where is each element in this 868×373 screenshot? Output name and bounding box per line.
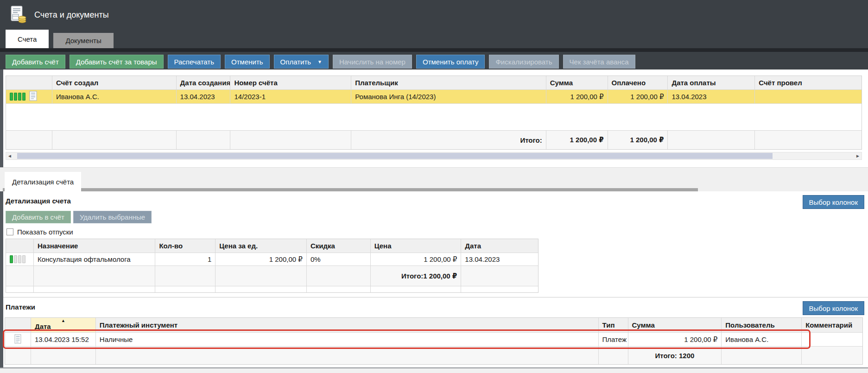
column-header-icons[interactable]	[6, 76, 52, 89]
scroll-right-icon[interactable]: ►	[855, 153, 860, 159]
app-header: Счета и документы Счета Документы Добави…	[0, 0, 868, 70]
payments-total: Итого: 1200	[628, 347, 722, 364]
print-button[interactable]: Распечатать	[168, 55, 221, 69]
column-header-posted-by[interactable]: Счёт провел	[755, 76, 862, 89]
detail-section-title: Детализация счета	[6, 195, 71, 205]
payment-row[interactable]: 13.04.2023 15:52 Наличные Платеж 1 200,0…	[5, 333, 862, 347]
payments-column-user[interactable]: Пользователь	[722, 318, 802, 332]
payment-amount: 1 200,00 ₽	[628, 333, 722, 346]
pay-dropdown-button[interactable]: Оплатить ▼	[274, 55, 329, 69]
detail-tabstrip: Детализация счёта	[0, 167, 868, 191]
tab-invoice-detail[interactable]: Детализация счёта	[5, 172, 81, 191]
detail-buttons: Добавить в счёт Удалить выбранные	[6, 211, 868, 223]
column-header-payer[interactable]: Плательщик	[351, 76, 546, 89]
invoice-number: 14/2023-1	[230, 90, 351, 103]
detail-column-service[interactable]: Назначение	[34, 239, 156, 253]
invoices-table: Счёт создал Дата создания Номер счёта Пл…	[6, 76, 862, 150]
payments-column-icons[interactable]	[5, 318, 31, 332]
column-header-paid-date[interactable]: Дата оплаты	[668, 76, 755, 89]
fiscalize-button: Фискализировать	[489, 55, 558, 69]
payments-section-header: Платежи Выбор колонок	[0, 297, 868, 315]
invoices-total-amount: 1 200,00 ₽	[546, 131, 608, 149]
detail-totals-row: Итого:1 200,00 ₽	[6, 266, 538, 286]
detail-column-icons[interactable]	[6, 239, 34, 253]
detail-table-header: Назначение Кол-во Цена за ед. Скидка Цен…	[6, 239, 538, 253]
detail-row[interactable]: Консультация офтальмолога 1 1 200,00 ₽ 0…	[6, 253, 538, 266]
detail-column-qty[interactable]: Кол-во	[155, 239, 215, 253]
detail-section-header: Детализация счета Выбор колонок	[0, 191, 868, 209]
scroll-left-icon[interactable]: ◄	[7, 153, 12, 159]
payments-column-date[interactable]: ▲ Дата	[31, 318, 96, 332]
scrollbar-thumb[interactable]	[17, 153, 773, 159]
invoices-empty-area	[6, 104, 862, 131]
payments-choose-columns-button[interactable]: Выбор колонок	[803, 301, 864, 315]
invoice-payer: Романова Инга (14/2023)	[351, 90, 546, 103]
sort-asc-icon: ▲	[61, 318, 65, 323]
payment-date: 13.04.2023 15:52	[31, 333, 96, 346]
detail-price: 1 200,00 ₽	[371, 253, 462, 266]
payment-comment	[802, 333, 862, 346]
invoice-paid-date: 13.04.2023	[668, 90, 755, 103]
payment-type: Платеж	[599, 333, 628, 346]
payment-user: Иванова А.С.	[722, 333, 802, 346]
add-invoice-button[interactable]: Добавить счёт	[6, 55, 65, 69]
invoices-table-header: Счёт создал Дата создания Номер счёта Пл…	[6, 76, 862, 90]
invoices-and-documents-window: Счета и документы Счета Документы Добави…	[0, 0, 868, 373]
detail-column-price[interactable]: Цена	[371, 239, 462, 253]
column-header-paid[interactable]: Оплачено	[608, 76, 668, 89]
window-bottom-edge	[0, 367, 868, 373]
column-header-created-by[interactable]: Счёт создал	[52, 76, 177, 89]
detail-empty-row	[6, 286, 538, 292]
chevron-down-icon: ▼	[317, 59, 322, 64]
show-dispense-label: Показать отпуски	[17, 228, 73, 236]
invoice-row-selected[interactable]: Иванова А.С. 13.04.2023 14/2023-1 Романо…	[6, 90, 862, 104]
invoice-created-date: 13.04.2023	[177, 90, 231, 103]
payments-column-comment[interactable]: Комментарий	[802, 318, 862, 332]
column-header-amount[interactable]: Сумма	[546, 76, 608, 89]
partial-status-bars-icon	[10, 255, 25, 263]
tabstrip-bar	[3, 188, 698, 191]
charge-to-number-button: Начислить на номер	[333, 55, 412, 69]
detail-unit-price: 1 200,00 ₽	[215, 253, 307, 266]
receipt-icon	[29, 91, 37, 102]
detail-qty: 1	[155, 253, 215, 266]
tab-documents[interactable]: Документы	[53, 33, 113, 48]
detail-column-discount[interactable]: Скидка	[307, 239, 371, 253]
invoice-documents-icon	[8, 5, 28, 25]
detail-row-icon	[6, 253, 34, 266]
delete-selected-button: Удалить выбранные	[73, 211, 152, 223]
receipt-icon	[14, 334, 21, 345]
detail-choose-columns-button[interactable]: Выбор колонок	[803, 195, 864, 209]
invoices-totals-row: Итого: 1 200,00 ₽ 1 200,00 ₽	[6, 131, 862, 149]
invoice-row-icons	[6, 90, 52, 103]
payments-column-type[interactable]: Тип	[599, 318, 628, 332]
cancel-invoice-button[interactable]: Отменить	[225, 55, 270, 69]
detail-total: Итого:1 200,00 ₽	[371, 266, 462, 286]
tabbar-underline	[0, 48, 868, 52]
payment-instrument: Наличные	[96, 333, 599, 346]
page-title: Счета и документы	[34, 10, 109, 20]
payments-table: ▲ Дата Платежный инстумент Тип Сумма Пол…	[5, 317, 863, 365]
add-goods-invoice-button[interactable]: Добавить счёт за товары	[70, 55, 164, 69]
invoice-created-by: Иванова А.С.	[52, 90, 177, 103]
column-header-number[interactable]: Номер счёта	[230, 76, 351, 89]
add-to-invoice-button: Добавить в счёт	[6, 211, 71, 223]
invoice-paid: 1 200,00 ₽	[608, 90, 668, 103]
detail-column-unit-price[interactable]: Цена за ед.	[215, 239, 307, 253]
main-tabbar: Счета Документы	[0, 30, 868, 48]
detail-discount: 0%	[307, 253, 371, 266]
detail-date: 13.04.2023	[461, 253, 538, 266]
payments-table-wrap: ▲ Дата Платежный инстумент Тип Сумма Пол…	[0, 317, 868, 365]
column-header-created-date[interactable]: Дата создания	[177, 76, 231, 89]
show-dispense-row: Показать отпуски	[6, 227, 868, 236]
invoice-posted-by	[755, 90, 862, 103]
payments-column-instrument[interactable]: Платежный инстумент	[96, 318, 599, 332]
show-dispense-checkbox[interactable]	[6, 228, 13, 235]
payments-column-amount[interactable]: Сумма	[628, 318, 722, 332]
tab-invoices[interactable]: Счета	[6, 30, 49, 48]
payments-section-title: Платежи	[6, 301, 35, 311]
payment-row-icon	[5, 333, 31, 346]
horizontal-scrollbar[interactable]: ◄ ►	[6, 152, 862, 160]
detail-column-date[interactable]: Дата	[461, 239, 538, 253]
cancel-payment-button[interactable]: Отменить оплату	[416, 55, 485, 69]
